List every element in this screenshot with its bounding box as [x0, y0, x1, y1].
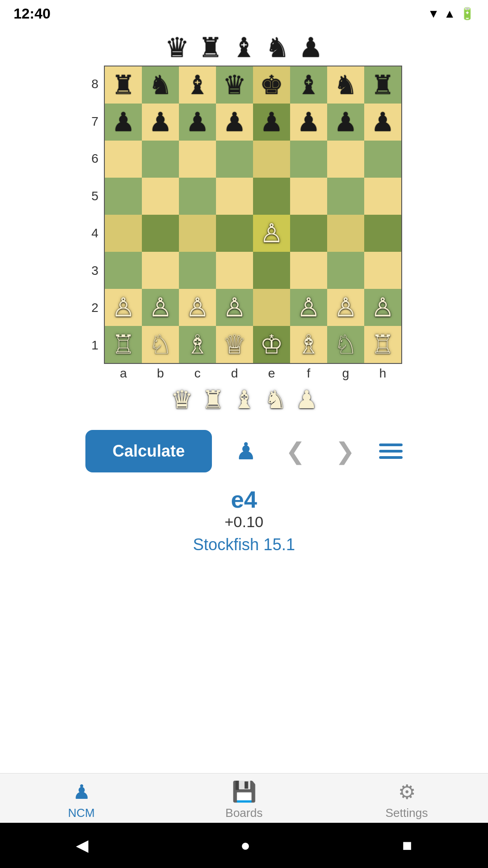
board-cell[interactable] — [290, 252, 327, 289]
board-cell[interactable]: ♛ — [216, 66, 253, 104]
chess-piece: ♚ — [260, 72, 283, 98]
board-cell[interactable]: ♟ — [142, 104, 179, 141]
board-cell[interactable] — [364, 215, 401, 252]
board-cell[interactable]: ♙ — [216, 289, 253, 326]
board-cell[interactable] — [290, 178, 327, 215]
board-cell[interactable] — [105, 178, 142, 215]
board-cell[interactable]: ♟ — [253, 104, 290, 141]
captured-rook-black: ♜ — [198, 32, 223, 63]
chess-piece: ♖ — [371, 331, 394, 358]
board-cell[interactable] — [179, 141, 216, 178]
board-cell[interactable] — [290, 141, 327, 178]
board-cell[interactable]: ♙ — [179, 289, 216, 326]
board-cell[interactable] — [179, 178, 216, 215]
board-cell[interactable] — [364, 178, 401, 215]
wifi-icon: ▼ — [428, 7, 440, 21]
board-cell[interactable]: ♗ — [179, 326, 216, 363]
next-move-button[interactable]: ❯ — [329, 438, 361, 465]
board-cell[interactable]: ♙ — [253, 215, 290, 252]
chess-piece: ♙ — [371, 294, 394, 321]
status-time: 12:40 — [14, 5, 51, 22]
board-cell[interactable]: ♙ — [327, 289, 364, 326]
chess-piece: ♝ — [186, 72, 209, 98]
board-cell[interactable]: ♙ — [105, 289, 142, 326]
board-cell[interactable]: ♝ — [290, 66, 327, 104]
board-cell[interactable]: ♖ — [364, 326, 401, 363]
board-cell[interactable] — [216, 252, 253, 289]
board-cell[interactable]: ♚ — [253, 66, 290, 104]
board-cell[interactable] — [142, 215, 179, 252]
board-cell[interactable]: ♞ — [142, 66, 179, 104]
board-cell[interactable] — [142, 178, 179, 215]
chess-piece: ♜ — [371, 72, 394, 98]
board-cell[interactable] — [364, 141, 401, 178]
chess-piece: ♟ — [297, 109, 320, 135]
board-cell[interactable]: ♟ — [179, 104, 216, 141]
nav-ncm[interactable]: ♟ NCM — [50, 780, 113, 820]
prev-move-button[interactable]: ❮ — [280, 438, 311, 465]
board-cell[interactable] — [364, 252, 401, 289]
board-cell[interactable]: ♘ — [327, 326, 364, 363]
rank-1: 1 — [86, 327, 104, 364]
home-button[interactable]: ● — [240, 836, 250, 855]
board-cell[interactable]: ♞ — [327, 66, 364, 104]
board-cell[interactable] — [105, 141, 142, 178]
board-cell[interactable] — [142, 141, 179, 178]
board-cell[interactable] — [290, 215, 327, 252]
board-cell[interactable] — [327, 252, 364, 289]
board-cell[interactable]: ♝ — [179, 66, 216, 104]
captured-knight-white: ♞ — [264, 385, 286, 414]
board-cell[interactable]: ♖ — [105, 326, 142, 363]
board-cell[interactable]: ♟ — [290, 104, 327, 141]
engine-name: Stockfish 15.1 — [0, 531, 488, 554]
board-cell[interactable]: ♕ — [216, 326, 253, 363]
board-cell[interactable]: ♟ — [364, 104, 401, 141]
board-cell[interactable]: ♟ — [105, 104, 142, 141]
calculate-button[interactable]: Calculate — [85, 430, 212, 472]
board-cell[interactable] — [216, 141, 253, 178]
rank-3: 3 — [86, 252, 104, 290]
board-cell[interactable]: ♘ — [142, 326, 179, 363]
board-cell[interactable]: ♟ — [216, 104, 253, 141]
chess-piece: ♙ — [297, 294, 320, 321]
board-cell[interactable] — [253, 289, 290, 326]
chess-piece: ♙ — [334, 294, 357, 321]
board-cell[interactable]: ♗ — [290, 326, 327, 363]
board-cell[interactable]: ♔ — [253, 326, 290, 363]
board-cell[interactable] — [327, 178, 364, 215]
board-cell[interactable] — [253, 141, 290, 178]
board-cell[interactable] — [105, 252, 142, 289]
status-bar: 12:40 ▼ ▲ 🔋 — [0, 0, 488, 27]
board-cell[interactable] — [105, 215, 142, 252]
board-cell[interactable]: ♙ — [290, 289, 327, 326]
board-cell[interactable]: ♙ — [364, 289, 401, 326]
board-cell[interactable] — [327, 141, 364, 178]
nav-boards[interactable]: 💾 Boards — [212, 780, 276, 820]
board-cell[interactable] — [216, 215, 253, 252]
board-cell[interactable] — [179, 215, 216, 252]
board-cell[interactable] — [142, 252, 179, 289]
menu-button[interactable] — [379, 443, 403, 459]
file-a: a — [105, 364, 142, 381]
board-cell[interactable] — [253, 252, 290, 289]
board-cell[interactable] — [216, 178, 253, 215]
ncm-label: NCM — [68, 806, 94, 820]
board-cell[interactable]: ♙ — [142, 289, 179, 326]
board-cell[interactable] — [253, 178, 290, 215]
chess-board[interactable]: ♜♞♝♛♚♝♞♜♟♟♟♟♟♟♟♟♙♙♙♙♙♙♙♙♖♘♗♕♔♗♘♖ — [104, 66, 402, 364]
nav-settings[interactable]: ⚙ Settings — [375, 780, 438, 820]
chess-piece: ♘ — [149, 331, 172, 358]
player-icon[interactable]: ♟ — [230, 438, 262, 465]
board-cell[interactable] — [179, 252, 216, 289]
board-cell[interactable]: ♜ — [105, 66, 142, 104]
settings-icon: ⚙ — [398, 780, 416, 803]
recent-button[interactable]: ■ — [402, 836, 412, 855]
board-cell[interactable]: ♜ — [364, 66, 401, 104]
board-cell[interactable] — [327, 215, 364, 252]
board-cell[interactable]: ♟ — [327, 104, 364, 141]
file-c: c — [179, 364, 216, 381]
chess-piece: ♟ — [223, 109, 246, 135]
chess-piece: ♞ — [149, 72, 172, 98]
back-button[interactable]: ◀ — [76, 836, 89, 855]
file-h: h — [364, 364, 401, 381]
